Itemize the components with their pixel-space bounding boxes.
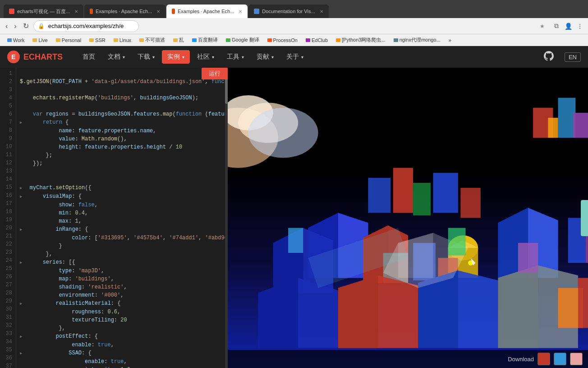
run-button[interactable]: 运行 [202,68,228,79]
echarts-logo[interactable]: E ECHARTS [7,51,63,63]
preview-panel: Download [228,68,588,368]
right-panel-hint[interactable] [581,200,588,236]
bookmark-baidu-trans[interactable]: 百度翻译 [188,36,221,44]
svg-rect-46 [433,173,458,213]
bookmark-personal[interactable]: Personal [52,37,85,44]
refresh-button[interactable]: ↻ [21,21,31,31]
tab-4-favicon [254,9,259,14]
browser-chrome: echarts可视化 — 百度... ✕ Examples · Apache E… [0,0,588,18]
svg-rect-42 [518,243,538,273]
bookmark-ssr[interactable]: SSR [86,37,109,44]
bookmark-luan[interactable]: 乱 [170,36,188,44]
nav-about[interactable]: 关于▾ [281,50,309,64]
svg-rect-9 [548,118,558,138]
address-bar-row: ‹ › ↻ 🔒 ★ ⧉ 👤 ⋮ [0,18,588,34]
bookmark-live[interactable]: Live [29,37,51,44]
main-layout: 运行 1234567891011121314151617181920212223… [0,68,588,368]
svg-rect-44 [393,168,413,213]
tab-4-label: Documentation for Vis... [262,9,315,14]
bookmark-more[interactable]: » [445,37,455,44]
nav-home[interactable]: 首页 [77,50,101,64]
address-input[interactable] [33,20,139,32]
tab-1-label: echarts可视化 — 百度... [17,8,70,15]
back-button[interactable]: ‹ [4,21,9,31]
svg-rect-41 [448,228,466,256]
tab-2-close[interactable]: ✕ [156,9,160,14]
bookmark-python[interactable]: [Python3网络爬虫... [332,36,389,44]
tab-4[interactable]: Documentation for Vis... ✕ [248,5,328,18]
lang-switch[interactable]: EN [565,52,581,62]
logo-circle: E [7,51,20,63]
nav-download[interactable]: 下载▾ [132,50,160,64]
nav-examples[interactable]: 实例▾ [162,50,190,64]
svg-rect-7 [573,113,588,138]
bookmark-work[interactable]: Work [4,37,28,44]
bookmark-edclub[interactable]: EdClub [302,37,331,44]
profile-icon[interactable]: 👤 [564,22,573,31]
run-btn-bar: 运行 [202,68,228,79]
bookmark-google-trans[interactable]: Google 翻译 [222,36,263,44]
color-swatch-2[interactable] [554,353,566,365]
tab-1[interactable]: echarts可视化 — 百度... ✕ [4,5,83,18]
color-swatch-3[interactable] [570,353,583,365]
tab-3[interactable]: Examples · Apache Ech... ✕ [166,5,248,18]
extensions-icon[interactable]: ⧉ [552,22,561,31]
line-numbers: 1234567891011121314151617181920212223242… [0,68,16,368]
svg-rect-40 [288,228,303,253]
tab-2-favicon [90,9,93,14]
svg-point-4 [248,108,318,158]
nav-community[interactable]: 社区▾ [192,50,220,64]
svg-rect-43 [368,178,390,213]
nav-tools[interactable]: 工具▾ [221,50,249,64]
echarts-navbar: E ECHARTS 首页 文档▾ 下载▾ 实例▾ 社区▾ 工具▾ 贡献▾ 关于▾… [0,46,588,68]
code-content[interactable]: $.getJSON(ROOT_PATH + 'data-gl/asset/dat… [16,68,228,368]
tab-2[interactable]: Examples · Apache Ech... ✕ [84,5,165,18]
code-panel: 运行 1234567891011121314151617181920212223… [0,68,228,368]
code-editor[interactable]: 1234567891011121314151617181920212223242… [0,68,228,368]
tab-2-label: Examples · Apache Ech... [96,9,152,14]
svg-marker-29 [338,275,378,348]
browser-tabs: echarts可视化 — 百度... ✕ Examples · Apache E… [4,0,329,18]
download-button[interactable]: Download [508,356,534,363]
svg-rect-6 [558,98,576,138]
svg-rect-45 [413,183,431,215]
tab-1-close[interactable]: ✕ [74,9,78,14]
logo-text: ECHARTS [23,52,63,62]
svg-marker-33 [498,266,538,348]
bookmark-indesc[interactable]: 不可描述 [136,36,169,44]
nav-menu: 首页 文档▾ 下载▾ 实例▾ 社区▾ 工具▾ 贡献▾ 关于▾ [77,50,309,64]
nav-docs[interactable]: 文档▾ [102,50,130,64]
bookmark-nginx[interactable]: nginx代理mongo... [390,36,444,44]
svg-rect-47 [460,188,480,218]
tab-3-close[interactable]: ✕ [239,9,242,14]
download-bar: Download [228,350,588,368]
bookmark-linux[interactable]: Linux [110,37,135,44]
svg-rect-35 [578,278,588,328]
forward-button[interactable]: › [12,21,18,31]
tab-4-close[interactable]: ✕ [320,9,323,14]
menu-icon[interactable]: ⋮ [575,22,584,31]
tab-3-label: Examples · Apache Ech... [178,9,234,14]
tab-1-favicon [9,9,14,14]
color-swatch-1[interactable] [537,353,550,365]
github-icon[interactable] [544,51,554,63]
bookmark-processon[interactable]: ProcessOn [264,37,301,44]
tab-3-favicon [172,9,175,14]
nav-contribute[interactable]: 贡献▾ [251,50,279,64]
buildings-svg [228,68,588,368]
bookmarks-bar: Work Live Personal SSR Linux 不可描述 乱 百度翻译… [0,34,588,46]
